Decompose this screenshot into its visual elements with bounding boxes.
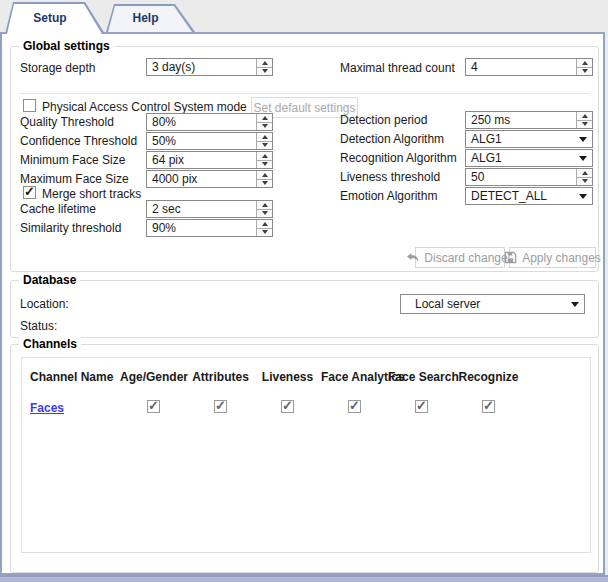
maximum-face-size-spinner[interactable]: 4000 pix [146,170,273,188]
confidence-threshold-spin-buttons[interactable] [256,133,272,149]
detection-algorithm-value: ALG1 [471,131,502,147]
quality-threshold-spin-buttons[interactable] [256,114,272,130]
detection-algorithm-select[interactable]: ALG1 [465,130,593,148]
channels-group: Channels Channel Name Age/Gender Attribu… [10,344,599,573]
checkmark-icon: ✓ [148,398,159,413]
similarity-threshold-spin-buttons[interactable] [256,220,272,236]
maximal-thread-count-label: Maximal thread count [340,61,455,75]
apply-changes-button[interactable]: Apply changes [509,247,596,268]
detection-period-spinner[interactable]: 250 ms [465,111,593,129]
recognition-algorithm-select[interactable]: ALG1 [465,149,593,167]
quality-threshold-label: Quality Threshold [20,115,114,129]
discard-changes-button[interactable]: Discard changes [415,247,505,268]
spin-down-icon[interactable] [257,123,272,131]
detection-period-spin-buttons[interactable] [576,112,592,128]
maximal-thread-count-value: 4 [471,59,478,75]
faces-recognize-checkbox[interactable]: ✓ [482,400,495,413]
similarity-threshold-value: 90% [152,220,176,236]
dropdown-arrow-icon [579,137,587,142]
emotion-algorithm-value: DETECT_ALL [471,188,547,204]
minimum-face-size-spinner[interactable]: 64 pix [146,151,273,169]
cache-lifetime-spin-buttons[interactable] [256,201,272,217]
spin-up-icon[interactable] [577,59,592,68]
minimum-face-size-spin-buttons[interactable] [256,152,272,168]
merge-short-tracks-label: Merge short tracks [42,187,141,201]
spin-up-icon[interactable] [577,169,592,178]
spin-down-icon[interactable] [257,180,272,188]
global-settings-group: Global settings Storage depth 3 day(s) M… [10,46,599,272]
pacs-mode-checkbox[interactable]: ✓ [23,99,36,112]
faces-face-search-checkbox[interactable]: ✓ [415,400,428,413]
quality-threshold-value: 80% [152,114,176,130]
storage-depth-spin-buttons[interactable] [256,59,272,75]
confidence-threshold-label: Confidence Threshold [20,134,137,148]
cache-lifetime-spinner[interactable]: 2 sec [146,200,273,218]
spin-down-icon[interactable] [257,229,272,237]
detection-period-value: 250 ms [471,112,510,128]
spin-up-icon[interactable] [257,114,272,123]
channel-faces-link[interactable]: Faces [30,401,64,415]
channels-table: Channel Name Age/Gender Attributes Liven… [21,357,591,553]
column-face-search: Face Search [388,370,455,384]
channel-row-faces: Faces ✓ ✓ ✓ ✓ ✓ ✓ [30,400,590,416]
save-floppy-icon [504,251,517,264]
spin-up-icon[interactable] [257,59,272,68]
global-settings-title: Global settings [19,39,114,53]
similarity-threshold-spinner[interactable]: 90% [146,219,273,237]
window-bottom-border [0,575,608,582]
tab-help[interactable]: Help [106,4,195,32]
spin-down-icon[interactable] [257,142,272,150]
minimum-face-size-value: 64 pix [152,152,184,168]
faces-age-gender-checkbox[interactable]: ✓ [147,400,160,413]
spin-down-icon[interactable] [577,121,592,129]
spin-up-icon[interactable] [257,133,272,142]
spin-down-icon[interactable] [257,68,272,76]
storage-depth-spinner[interactable]: 3 day(s) [146,58,273,76]
quality-threshold-spinner[interactable]: 80% [146,113,273,131]
spin-up-icon[interactable] [257,220,272,229]
emotion-algorithm-select[interactable]: DETECT_ALL [465,187,593,205]
channels-title: Channels [19,337,81,351]
database-location-label: Location: [20,297,69,311]
checkmark-icon: ✓ [282,398,293,413]
minimum-face-size-label: Minimum Face Size [20,153,125,167]
confidence-threshold-spinner[interactable]: 50% [146,132,273,150]
setup-tab-page: Global settings Storage depth 3 day(s) M… [0,32,605,575]
faces-face-analytics-checkbox[interactable]: ✓ [348,400,361,413]
spin-down-icon[interactable] [257,210,272,218]
spin-down-icon[interactable] [257,161,272,169]
column-attributes: Attributes [187,370,254,384]
dropdown-arrow-icon [571,302,579,307]
liveness-threshold-label: Liveness threshold [340,170,440,184]
spin-up-icon[interactable] [257,201,272,210]
faces-liveness-checkbox[interactable]: ✓ [281,400,294,413]
liveness-threshold-spin-buttons[interactable] [576,169,592,185]
tab-bar: Help Setup [0,0,608,34]
tab-setup-label: Setup [5,2,95,34]
emotion-algorithm-label: Emotion Algorithm [340,189,437,203]
faces-attributes-checkbox[interactable]: ✓ [214,400,227,413]
column-channel-name: Channel Name [30,370,120,384]
merge-short-tracks-checkbox[interactable]: ✓ [23,186,36,199]
section-divider [19,93,590,94]
cache-lifetime-label: Cache lifetime [20,202,96,216]
spin-up-icon[interactable] [257,152,272,161]
liveness-threshold-spinner[interactable]: 50 [465,168,593,186]
maximum-face-size-spin-buttons[interactable] [256,171,272,187]
maximal-thread-count-spin-buttons[interactable] [576,59,592,75]
spin-up-icon[interactable] [257,171,272,180]
database-location-select[interactable]: Local server [400,294,585,314]
plugin-settings-window: Help Setup Global settings Storage depth… [0,0,608,582]
tab-setup[interactable]: Setup [5,2,105,34]
spin-down-icon[interactable] [577,68,592,76]
checkmark-icon: ✓ [24,184,35,199]
column-face-analytics: Face Analytics [321,370,388,384]
pacs-mode-label: Physical Access Control System mode [42,100,247,114]
spin-down-icon[interactable] [577,178,592,186]
maximal-thread-count-spinner[interactable]: 4 [465,58,593,76]
database-title: Database [19,273,80,287]
channels-header-row: Channel Name Age/Gender Attributes Liven… [30,370,590,384]
detection-algorithm-label: Detection Algorithm [340,132,444,146]
spin-up-icon[interactable] [577,112,592,121]
apply-changes-label: Apply changes [522,251,601,265]
